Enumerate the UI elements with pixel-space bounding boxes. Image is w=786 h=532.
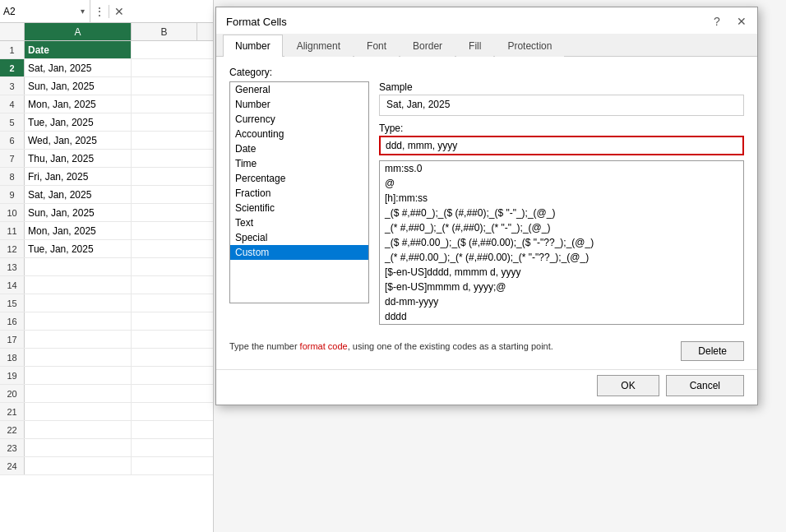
format-item[interactable]: [$-en-US]mmmm d, yyyy;@ bbox=[380, 280, 743, 294]
category-item[interactable]: Custom bbox=[230, 245, 368, 260]
category-item[interactable]: Currency bbox=[230, 112, 368, 127]
format-item[interactable]: ddd, mmm, yyyy bbox=[380, 324, 743, 325]
footer-hint: Type the number format code, using one o… bbox=[229, 341, 553, 351]
category-list[interactable]: GeneralNumberCurrencyAccountingDateTimeP… bbox=[229, 81, 369, 303]
category-item[interactable]: Date bbox=[230, 141, 368, 156]
format-item[interactable]: @ bbox=[380, 176, 743, 191]
format-item[interactable]: dddd bbox=[380, 309, 743, 324]
category-item[interactable]: Scientific bbox=[230, 201, 368, 215]
category-label: Category: bbox=[229, 67, 744, 78]
sample-label: Sample bbox=[379, 81, 744, 93]
format-item[interactable]: dd-mm-yyyy bbox=[380, 294, 743, 309]
format-item[interactable]: mm:ss.0 bbox=[380, 161, 743, 176]
dialog-controls: ? ✕ bbox=[708, 12, 751, 30]
ok-button[interactable]: OK bbox=[597, 375, 659, 396]
tab-alignment[interactable]: Alignment bbox=[284, 35, 353, 57]
category-item[interactable]: Percentage bbox=[230, 171, 368, 186]
tab-font[interactable]: Font bbox=[354, 35, 399, 57]
dialog-tabs: NumberAlignmentFontBorderFillProtection bbox=[216, 34, 757, 57]
cancel-button[interactable]: Cancel bbox=[666, 375, 744, 396]
category-item[interactable]: Number bbox=[230, 97, 368, 112]
sample-value: Sat, Jan, 2025 bbox=[386, 99, 450, 110]
category-item[interactable]: Special bbox=[230, 230, 368, 245]
category-item[interactable]: Accounting bbox=[230, 127, 368, 141]
category-item[interactable]: General bbox=[230, 82, 368, 97]
format-panel: Sample Sat, Jan, 2025 Type: mm:ss.0@[h]:… bbox=[379, 81, 744, 325]
format-item[interactable]: _($ #,##0.00_);_($ (#,##0.00);_($ "-"??_… bbox=[380, 235, 743, 250]
sample-box: Sat, Jan, 2025 bbox=[379, 95, 744, 116]
main-content: GeneralNumberCurrencyAccountingDateTimeP… bbox=[229, 81, 744, 325]
dialog-footer: Type the number format code, using one o… bbox=[216, 335, 757, 369]
tab-border[interactable]: Border bbox=[400, 35, 455, 57]
footer-buttons: Delete bbox=[681, 341, 744, 361]
format-item[interactable]: [$-en-US]dddd, mmmm d, yyyy bbox=[380, 265, 743, 280]
category-item[interactable]: Time bbox=[230, 156, 368, 171]
dialog-titlebar: Format Cells ? ✕ bbox=[216, 7, 757, 34]
format-item[interactable]: _($ #,##0_);_($ (#,##0);_($ "-"_);_(@_) bbox=[380, 206, 743, 220]
tab-fill[interactable]: Fill bbox=[456, 35, 493, 57]
dialog-ok-cancel: OK Cancel bbox=[216, 369, 757, 405]
format-item[interactable]: _(* #,##0.00_);_(* (#,##0.00);_(* "-"??_… bbox=[380, 250, 743, 265]
format-list[interactable]: mm:ss.0@[h]:mm:ss_($ #,##0_);_($ (#,##0)… bbox=[379, 160, 744, 325]
category-item[interactable]: Text bbox=[230, 215, 368, 230]
dialog-overlay: Format Cells ? ✕ NumberAlignmentFontBord… bbox=[0, 0, 786, 532]
delete-button[interactable]: Delete bbox=[681, 341, 744, 361]
type-label: Type: bbox=[379, 123, 744, 134]
format-item[interactable]: _(* #,##0_);_(* (#,##0);_(* "-"_);_(@_) bbox=[380, 220, 743, 235]
type-input[interactable] bbox=[379, 136, 744, 155]
close-button[interactable]: ✕ bbox=[733, 12, 751, 30]
format-cells-dialog: Format Cells ? ✕ NumberAlignmentFontBord… bbox=[215, 7, 758, 405]
category-item[interactable]: Fraction bbox=[230, 186, 368, 201]
tab-number[interactable]: Number bbox=[223, 35, 283, 57]
help-button[interactable]: ? bbox=[708, 12, 726, 30]
format-item[interactable]: [h]:mm:ss bbox=[380, 191, 743, 206]
tab-protection[interactable]: Protection bbox=[495, 35, 564, 57]
hint-highlight: format code bbox=[300, 341, 348, 351]
category-panel: GeneralNumberCurrencyAccountingDateTimeP… bbox=[229, 81, 369, 325]
dialog-title: Format Cells bbox=[226, 16, 287, 28]
dialog-body: Category: GeneralNumberCurrencyAccountin… bbox=[216, 57, 757, 335]
